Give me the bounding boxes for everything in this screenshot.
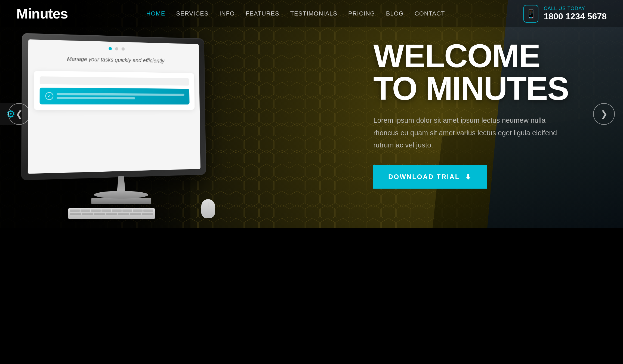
nav-link-contact[interactable]: CONTACT	[415, 10, 445, 17]
kb-key	[70, 213, 81, 215]
download-trial-button[interactable]: DOWNLOAD TRIAL ⬇	[373, 165, 487, 189]
monitor-mockup: Manage your tasks quickly and efficientl…	[24, 35, 209, 220]
prev-arrow-icon: ❮	[16, 109, 23, 119]
screen-card: ✓	[34, 71, 195, 110]
slider-next-button[interactable]: ❯	[593, 103, 615, 125]
nav-link-info[interactable]: INFO	[219, 10, 235, 17]
hero-section: Minutes HOME SERVICES INFO FEATURES TEST…	[0, 0, 623, 228]
kb-row-1	[70, 209, 153, 212]
hero-description: Lorem ipsum dolor sit amet ipsum lectus …	[373, 114, 558, 152]
stand-base	[94, 191, 148, 199]
nav-link-blog[interactable]: BLOG	[386, 10, 404, 17]
nav-link-testimonials[interactable]: TESTIMONIALS	[290, 10, 337, 17]
phone-icon-wrap: 📱	[523, 5, 538, 23]
kb-key	[133, 209, 142, 212]
nav-cta: 📱 CALL US TODAY 1800 1234 5678	[523, 5, 607, 23]
download-btn-label: DOWNLOAD TRIAL	[388, 173, 460, 181]
nav-link-home[interactable]: HOME	[146, 10, 165, 17]
phone-icon: 📱	[526, 9, 536, 18]
hero-title: WELCOME TO MINUTES	[373, 39, 569, 105]
call-info: CALL US TODAY 1800 1234 5678	[544, 6, 607, 21]
brand-logo[interactable]: Minutes	[16, 5, 68, 22]
keyboard-wrap	[68, 208, 155, 219]
kb-key	[118, 213, 129, 215]
kb-key	[122, 209, 132, 212]
next-arrow-icon: ❯	[600, 109, 608, 119]
kb-key	[81, 209, 90, 212]
screen-input-mock	[40, 76, 189, 86]
screen-line-2	[57, 97, 135, 99]
stand-neck	[114, 176, 128, 191]
kb-key	[106, 213, 117, 215]
call-label: CALL US TODAY	[544, 6, 607, 11]
hero-content: WELCOME TO MINUTES Lorem ipsum dolor sit…	[373, 39, 569, 189]
slider-prev-button[interactable]: ❮	[8, 103, 30, 125]
monitor-bezel: Manage your tasks quickly and efficientl…	[21, 33, 206, 180]
kb-row-2	[70, 213, 153, 215]
screen-lines	[57, 93, 184, 100]
keyboard	[68, 208, 155, 219]
kb-key	[142, 213, 153, 215]
download-icon: ⬇	[465, 172, 472, 181]
nav-link-features[interactable]: FEATURES	[246, 10, 279, 17]
kb-key	[94, 213, 105, 215]
kb-key	[112, 209, 122, 212]
screen-title-text: Manage your tasks quickly and efficientl…	[34, 54, 194, 65]
screen-dot-1	[109, 47, 112, 50]
screen-line-1	[57, 93, 184, 96]
screen-dot-2	[115, 47, 118, 50]
nav-link-services[interactable]: SERVICES	[176, 10, 209, 17]
navigation: Minutes HOME SERVICES INFO FEATURES TEST…	[0, 0, 623, 27]
call-number: 1800 1234 5678	[544, 11, 607, 21]
stand-base-flat	[91, 198, 151, 204]
kb-key	[70, 209, 80, 212]
nav-links: HOME SERVICES INFO FEATURES TESTIMONIALS…	[146, 10, 445, 17]
hero-title-line2: TO MINUTES	[373, 70, 569, 107]
kb-key	[91, 209, 101, 212]
screen-btn-mock: ✓	[40, 88, 190, 104]
screen-dots	[34, 45, 194, 52]
monitor-screen: Manage your tasks quickly and efficientl…	[28, 39, 201, 174]
monitor-outer: Manage your tasks quickly and efficientl…	[24, 35, 209, 177]
kb-key	[82, 213, 93, 215]
nav-link-pricing[interactable]: PRICING	[348, 10, 375, 17]
kb-key	[101, 209, 111, 212]
screen-dot-3	[122, 47, 125, 51]
mouse	[201, 199, 215, 218]
hero-title-line1: WELCOME	[373, 38, 540, 74]
kb-key	[143, 209, 153, 212]
screen-check-icon: ✓	[45, 92, 53, 100]
monitor-stand	[91, 176, 151, 204]
kb-key	[130, 213, 141, 215]
